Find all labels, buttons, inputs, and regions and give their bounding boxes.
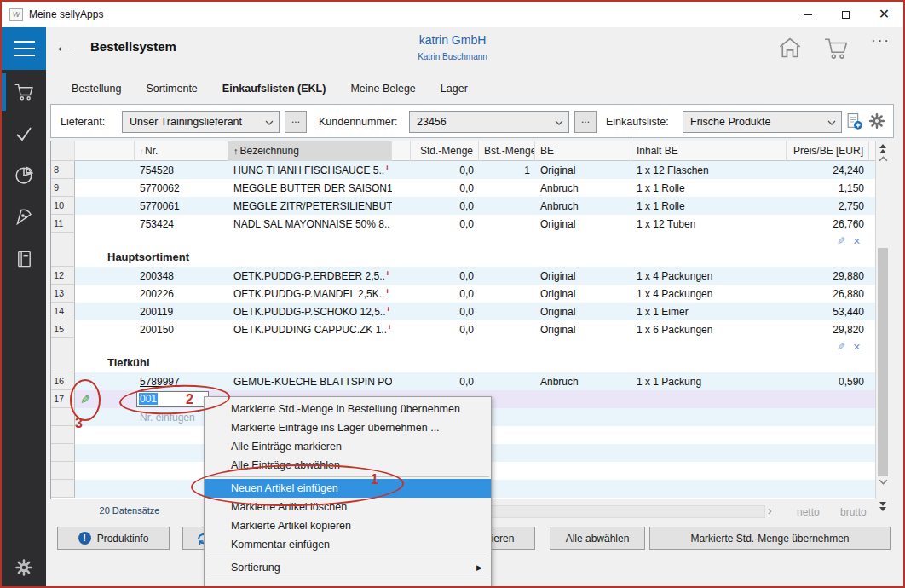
article-number-cell: 200150 (135, 324, 228, 336)
sidebar-item-cart[interactable] (2, 73, 46, 111)
group-title: Tiefkühl (107, 356, 150, 369)
table-row[interactable]: 15200150OETK.PUDDING CAPPUC.ZK 1..i0,0Or… (51, 320, 876, 338)
preis-cell: 1,150 (787, 182, 869, 194)
col-bezeichnung[interactable]: ↑Bezeichnung (228, 141, 392, 161)
sidebar-item-check[interactable] (2, 115, 46, 153)
scroll-down-icon[interactable] (879, 479, 888, 485)
col-bst-menge[interactable]: Bst.-Menge (479, 141, 535, 161)
row-number: 12 (51, 267, 75, 285)
scrollbar-thumb[interactable] (878, 248, 888, 476)
col-std-menge[interactable]: Std.-Menge (411, 141, 479, 161)
kundennummer-label: Kundennummer: (319, 116, 397, 128)
scroll-jump-bottom-icon[interactable] (875, 501, 890, 512)
preis-cell: 29,820 (787, 324, 869, 336)
scroll-right-icon[interactable]: › (768, 504, 772, 517)
tab-sortimente[interactable]: Sortimente (146, 83, 197, 95)
table-row[interactable]: 14200119OETK.PUDDG-P.SCHOKO 12,5..i0,0Or… (51, 303, 876, 320)
table-row[interactable]: 105770061MEGGLE ZITR/PETERSILIENBUT..0,0… (51, 197, 876, 215)
group-body: Hauptsortiment✎✕ (75, 233, 869, 267)
tab-meine-belege[interactable]: Meine Belege (350, 83, 415, 95)
article-name: MEGGLE ZITR/PETERSILIENBUT.. (233, 200, 392, 212)
col-preis[interactable]: Preis/BE [EUR] (787, 141, 869, 161)
book-icon (14, 249, 34, 269)
company-name: katrin GmbH (2, 33, 903, 47)
std-menge-cell: 0,0 (411, 200, 479, 212)
menu-item-sortierung[interactable]: Sortierung ▶ (205, 558, 491, 577)
maximize-button[interactable] (827, 2, 865, 27)
row-number (51, 444, 75, 462)
article-name: MEGGLE BUTTER DER SAISON12.. (233, 182, 392, 194)
be-cell: Original (535, 306, 631, 318)
group-actions: ✎✕ (837, 341, 861, 353)
be-cell: Original (535, 270, 631, 282)
brutto-toggle[interactable]: brutto (840, 506, 867, 518)
kundennummer-more-button[interactable]: ... (574, 111, 597, 133)
article-number-cell: 5770061 (135, 200, 228, 212)
sidebar (2, 70, 46, 588)
scroll-up-icon[interactable] (879, 156, 888, 162)
more-options-icon[interactable]: ··· (871, 32, 891, 49)
article-name: NADL SAL MAYONNAISE 50% 8.. (233, 218, 390, 230)
scroll-jump-top-icon[interactable] (876, 143, 890, 154)
table-row[interactable]: 8754528HUNG THANH FISCHSAUCE 5..i0,01Ori… (51, 161, 876, 179)
lieferant-more-button[interactable]: ... (285, 111, 307, 133)
close-button[interactable]: ✕ (865, 2, 903, 27)
sidebar-item-catalog[interactable] (2, 240, 46, 278)
app-window: W Meine sellyApps ✕ ← Bestellsystem katr… (0, 0, 905, 588)
sidebar-settings[interactable] (2, 552, 46, 583)
home-icon[interactable] (778, 37, 802, 62)
row-number: 16 (51, 372, 75, 390)
vertical-scrollbar[interactable] (875, 141, 890, 499)
inhalt-be-cell: 1 x 12 Flaschen (631, 164, 787, 176)
article-name: GEMUE-KUECHE BLATTSPIN PO .. (233, 376, 392, 388)
menu-item-alle-markieren[interactable]: Alle Einträge markieren (205, 437, 491, 456)
new-list-button[interactable] (845, 112, 863, 134)
edit-group-icon[interactable]: ✎ (837, 341, 845, 353)
col-rownum (51, 141, 75, 161)
table-row[interactable]: 95770062MEGGLE BUTTER DER SAISON12..0,0A… (51, 179, 876, 197)
netto-toggle[interactable]: netto (797, 506, 820, 518)
col-dot (392, 141, 411, 161)
sidebar-item-statistics[interactable] (2, 156, 46, 193)
article-name-cell: GEMUE-KUECHE BLATTSPIN PO .. (228, 376, 392, 388)
edit-group-icon[interactable]: ✎ (837, 235, 845, 247)
apply-std-menge-button[interactable]: Markierte Std.-Menge übernehmen (649, 527, 891, 550)
tab-einkaufslisten[interactable]: Einkaufslisten (EKL) (222, 83, 326, 95)
preis-cell: 26,880 (787, 288, 869, 300)
row-number: 10 (51, 197, 75, 215)
sidebar-item-products[interactable] (2, 198, 46, 235)
menu-item-artikel-kopieren[interactable]: Markierte Artikel kopieren (205, 516, 491, 535)
group-row: Tiefkühl✎✕ (51, 338, 876, 372)
lieferant-dropdown[interactable]: Unser Trainingslieferant (122, 111, 280, 133)
einkaufsliste-dropdown[interactable]: Frische Produkte (683, 111, 842, 133)
info-marker-icon: i (386, 164, 388, 171)
record-count: 20 Datensätze (78, 505, 181, 516)
menu-item-uebernehmen-lager[interactable]: Markierte Einträge ins Lager übernehmen … (205, 418, 491, 437)
article-name: OETK.PUDDING CAPPUC.ZK 1.. (233, 324, 387, 336)
menu-item-neue-einkaufsliste[interactable]: Neue Einkaufsliste anlegen (205, 581, 491, 588)
info-marker-icon: i (388, 305, 389, 313)
col-nr[interactable]: ↑Nr. (135, 141, 228, 161)
delete-group-icon[interactable]: ✕ (853, 342, 861, 352)
table-row[interactable]: 13200226OETK.PUDDG-P.MANDEL 2,5K..i0,0Or… (51, 285, 876, 303)
preis-cell: 0,590 (787, 376, 869, 388)
menu-item-uebernehmen-bestellung[interactable]: Markierte Std.-Menge in Bestellung übern… (205, 400, 491, 418)
col-be[interactable]: BE (535, 141, 631, 161)
table-row[interactable]: 11753424NADL SAL MAYONNAISE 50% 8..i0,0O… (51, 215, 876, 233)
table-row[interactable]: 12200348OETK.PUDDG-P.ERDBEER 2,5..i0,0Or… (51, 267, 876, 285)
inhalt-be-cell: 1 x 12 Tuben (631, 218, 787, 230)
delete-group-icon[interactable]: ✕ (853, 236, 861, 246)
menu-item-kommentar-einfuegen[interactable]: Kommentar einfügen (205, 535, 491, 554)
settings-gear-icon (14, 557, 34, 578)
deselect-all-button[interactable]: Alle abwählen (550, 527, 645, 550)
kundennummer-dropdown[interactable]: 23456 (409, 111, 569, 133)
row-number (51, 338, 75, 372)
table-settings-button[interactable] (868, 112, 886, 134)
produktinfo-button[interactable]: ! Produktinfo (57, 527, 170, 550)
tab-lager[interactable]: Lager (441, 83, 468, 95)
cart-icon[interactable] (821, 37, 850, 64)
tab-bestellung[interactable]: Bestellung (72, 83, 121, 95)
col-inhalt-be[interactable]: Inhalt BE (631, 141, 787, 161)
minimize-button[interactable] (788, 2, 827, 27)
submenu-arrow-icon: ▶ (476, 558, 482, 577)
